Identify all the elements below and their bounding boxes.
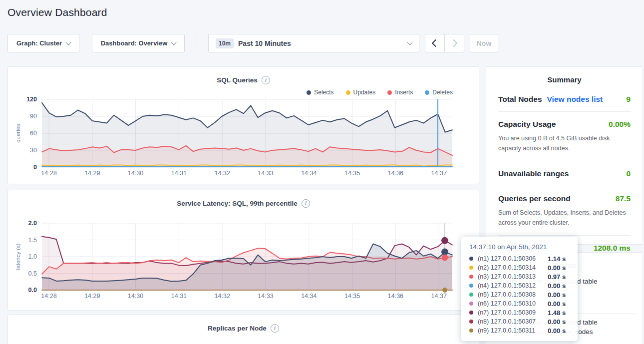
svg-text:queries: queries [15, 124, 21, 143]
legend-item-inserts[interactable]: Inserts [387, 89, 413, 96]
tooltip-node-value: 0.00 s [548, 300, 566, 308]
node-color-dot-icon [469, 275, 473, 279]
graph-selector-label: Graph: Cluster [16, 39, 62, 47]
summary-row-value: 0.00% [609, 120, 631, 129]
graph-selector-dropdown[interactable]: Graph: Cluster [7, 34, 79, 52]
time-next-button[interactable] [444, 34, 464, 52]
view-nodes-list-link[interactable]: View nodes list [547, 95, 603, 104]
tooltip-node-value: 0.00 s [548, 264, 566, 272]
chevron-left-icon [432, 39, 440, 47]
legend-label: Inserts [395, 89, 413, 96]
legend-dot-icon [307, 90, 311, 95]
replicas-title: Replicas per Node i [8, 324, 479, 333]
summary-row-label: Total Nodes [498, 95, 542, 104]
summary-row-value: 9 [626, 95, 631, 104]
tooltip-node-value: 0.00 s [548, 291, 566, 299]
svg-text:90: 90 [30, 113, 37, 120]
summary-row-label: Queries per second [498, 194, 571, 203]
svg-text:14:30: 14:30 [128, 170, 143, 177]
svg-text:14:28: 14:28 [41, 170, 56, 177]
summary-row-value: 1208.0 ms [594, 244, 631, 253]
node-color-dot-icon [469, 320, 473, 324]
time-range-label: Past 10 Minutes [238, 39, 291, 47]
svg-text:0.5: 0.5 [28, 270, 37, 277]
svg-text:14:35: 14:35 [344, 170, 360, 177]
tooltip-node-row: (n9) 127.0.0.1:503110.00 s [469, 326, 570, 335]
replicas-panel: Replicas per Node i [7, 315, 479, 344]
svg-text:0.0: 0.0 [28, 287, 37, 294]
tooltip-node-value: 0.97 s [548, 273, 566, 281]
summary-row-value: 0 [626, 169, 631, 178]
time-prev-button[interactable] [425, 34, 445, 52]
time-range-dropdown[interactable]: 10m Past 10 Minutes [208, 34, 419, 52]
sql-queries-chart[interactable]: 14:2814:2914:3014:3114:3214:3314:3414:35… [8, 67, 479, 184]
controls-divider [197, 35, 197, 51]
tooltip-node-name: (n4) 127.0.0.1:50312 [478, 282, 548, 289]
sql-queries-title-text: SQL Queries [217, 76, 258, 84]
svg-text:14:35: 14:35 [344, 293, 360, 300]
service-latency-panel: Service Latency: SQL, 99th percentile i … [7, 190, 479, 311]
tooltip-node-row: (n6) 127.0.0.1:503100.00 s [469, 299, 570, 308]
svg-text:14:36: 14:36 [388, 293, 403, 300]
tooltip-node-row: (n4) 127.0.0.1:503120.00 s [469, 281, 570, 290]
svg-text:14:29: 14:29 [84, 293, 100, 300]
now-button-label: Now [477, 39, 492, 47]
node-color-dot-icon [469, 266, 473, 270]
service-latency-chart[interactable]: 14:2814:2914:3014:3114:3214:3314:3414:35… [8, 190, 479, 310]
svg-text:latency (s): latency (s) [15, 243, 21, 270]
summary-row-label: Capacity Usage [498, 120, 556, 129]
tooltip-node-row: (n2) 127.0.0.1:503140.00 s [469, 263, 570, 272]
svg-text:14:32: 14:32 [215, 170, 230, 177]
summary-row-description: You are using 0 B of 4.5 GiB usable disk… [498, 133, 631, 153]
legend-dot-icon [346, 90, 350, 95]
svg-text:14:34: 14:34 [301, 170, 317, 177]
node-color-dot-icon [469, 293, 473, 297]
tooltip-node-row: (n5) 127.0.0.1:503080.00 s [469, 290, 570, 299]
legend-item-deletes[interactable]: Deletes [425, 89, 453, 96]
legend-item-updates[interactable]: Updates [346, 89, 376, 96]
tooltip-node-name: (n8) 127.0.0.1:50307 [478, 318, 548, 325]
summary-row: Unavailable ranges0 [498, 161, 631, 186]
replicas-title-text: Replicas per Node [208, 325, 267, 332]
chevron-down-icon [407, 39, 412, 45]
svg-text:14:30: 14:30 [128, 293, 143, 300]
svg-text:14:31: 14:31 [171, 293, 187, 300]
overview-dashboard-page: Overview Dashboard Graph: Cluster Dashbo… [0, 0, 644, 344]
svg-text:30: 30 [30, 147, 37, 154]
tooltip-node-name: (n2) 127.0.0.1:50314 [478, 264, 548, 271]
svg-text:14:28: 14:28 [41, 293, 56, 300]
summary-row: Queries per second87.5Sum of Selects, Up… [498, 186, 631, 236]
service-latency-title: Service Latency: SQL, 99th percentile i [8, 199, 479, 208]
tooltip-node-name: (n9) 127.0.0.1:50311 [478, 327, 548, 334]
chevron-down-icon [171, 39, 177, 45]
svg-text:14:37: 14:37 [431, 170, 447, 177]
tooltip-node-value: 1.48 s [548, 309, 566, 317]
chevron-right-icon [450, 39, 458, 47]
node-color-dot-icon [469, 311, 473, 315]
node-color-dot-icon [469, 302, 473, 306]
svg-text:14:32: 14:32 [215, 293, 230, 300]
time-now-button[interactable]: Now [470, 34, 498, 52]
tooltip-node-value: 0.00 s [548, 327, 566, 335]
page-title: Overview Dashboard [7, 6, 107, 18]
summary-row: Capacity Usage0.00%You are using 0 B of … [498, 112, 631, 161]
svg-text:14:37: 14:37 [431, 293, 447, 300]
tooltip-node-name: (n6) 127.0.0.1:50310 [478, 300, 548, 307]
info-icon[interactable]: i [262, 76, 270, 84]
time-range-badge: 10m [216, 38, 234, 48]
legend-dot-icon [387, 90, 392, 95]
dashboard-selector-label: Dashboard: Overview [101, 39, 168, 47]
tooltip-node-name: (n5) 127.0.0.1:50308 [478, 291, 548, 298]
svg-text:2.0: 2.0 [28, 220, 37, 227]
tooltip-node-row: (n7) 127.0.0.1:503091.48 s [469, 308, 570, 317]
svg-text:1.0: 1.0 [28, 253, 37, 260]
dashboard-selector-dropdown[interactable]: Dashboard: Overview [92, 34, 185, 52]
info-icon[interactable]: i [302, 199, 310, 208]
info-icon[interactable]: i [271, 324, 279, 333]
tooltip-node-name: (n1) 127.0.0.1:50306 [478, 255, 548, 262]
tooltip-timestamp: 14:37:10 on Apr 5th, 2021 [469, 243, 570, 251]
summary-row-label: Unavailable ranges [498, 169, 569, 178]
node-color-dot-icon [469, 284, 473, 288]
legend-item-selects[interactable]: Selects [307, 89, 333, 96]
summary-row: Total NodesView nodes list9 [498, 87, 631, 112]
